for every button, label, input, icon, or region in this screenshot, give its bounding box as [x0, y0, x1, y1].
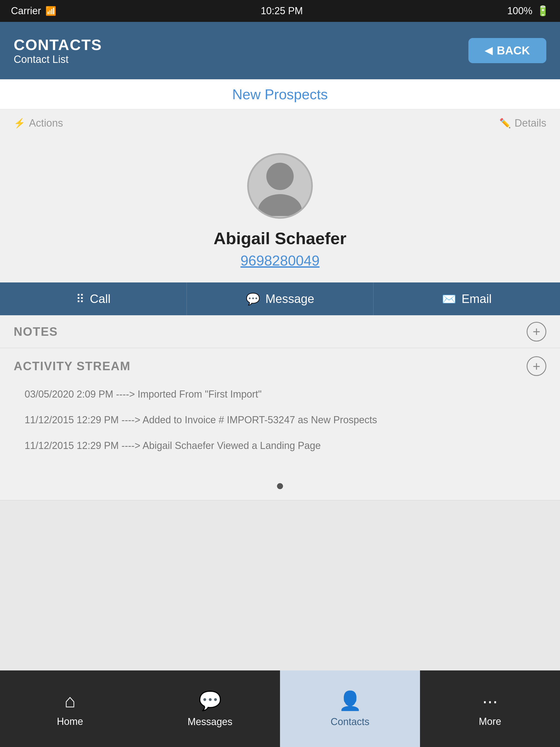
- contact-list-label: Contact List: [14, 54, 102, 66]
- activity-label: ACTIVITY STREAM: [14, 359, 131, 373]
- battery-icon: 🔋: [537, 5, 549, 17]
- contacts-label: Contacts: [331, 716, 370, 728]
- battery-label: 100%: [507, 5, 532, 17]
- lightning-icon: ⚡: [14, 118, 25, 129]
- call-icon: ⠿: [76, 292, 84, 306]
- email-button[interactable]: ✉️ Email: [374, 282, 560, 315]
- email-icon: ✉️: [442, 292, 456, 306]
- back-button[interactable]: BACK: [468, 38, 546, 63]
- avatar-silhouette-svg: [253, 156, 307, 216]
- add-note-button[interactable]: +: [527, 322, 546, 341]
- svg-point-1: [258, 194, 302, 216]
- notes-label: NOTES: [14, 325, 58, 338]
- email-label: Email: [462, 292, 492, 306]
- actions-bar: ⚡ Actions ✏️ Details: [0, 109, 560, 137]
- activity-header: ACTIVITY STREAM +: [14, 356, 546, 376]
- pencil-icon: ✏️: [499, 118, 511, 129]
- section-title-bar: New Prospects: [0, 79, 560, 109]
- message-icon: 💬: [246, 292, 260, 306]
- time-label: 10:25 PM: [261, 5, 303, 17]
- messages-label: Messages: [187, 716, 232, 728]
- pagination-dot: [277, 483, 283, 489]
- profile-area: Abigail Schaefer 9698280049: [0, 137, 560, 282]
- activity-item-3: 11/12/2015 12:29 PM ----> Abigail Schaef…: [14, 438, 546, 453]
- svg-point-0: [266, 163, 294, 190]
- carrier-label: Carrier: [11, 5, 41, 17]
- nav-contacts[interactable]: 👤 Contacts: [280, 670, 420, 747]
- actions-button[interactable]: ⚡ Actions: [14, 117, 63, 129]
- messages-icon: 💬: [199, 690, 222, 712]
- bottom-nav: ⌂ Home 💬 Messages 👤 Contacts ··· More: [0, 670, 560, 747]
- contacts-label: CONTACTS: [14, 36, 102, 54]
- action-buttons-row: ⠿ Call 💬 Message ✉️ Email: [0, 282, 560, 315]
- avatar: [247, 153, 313, 219]
- actions-label: Actions: [29, 117, 63, 129]
- message-label: Message: [265, 292, 314, 306]
- pagination: [0, 478, 560, 500]
- details-button[interactable]: ✏️ Details: [499, 117, 546, 129]
- nav-more[interactable]: ··· More: [420, 670, 560, 747]
- more-icon: ···: [482, 690, 498, 712]
- header: CONTACTS Contact List BACK: [0, 22, 560, 79]
- status-right: 100% 🔋: [507, 5, 549, 17]
- status-left: Carrier 📶: [11, 5, 56, 17]
- contact-name: Abigail Schaefer: [213, 229, 347, 248]
- notes-section: NOTES +: [0, 315, 560, 348]
- contacts-icon: 👤: [338, 690, 362, 712]
- status-bar: Carrier 📶 10:25 PM 100% 🔋: [0, 0, 560, 22]
- contact-phone[interactable]: 9698280049: [240, 252, 320, 269]
- call-label: Call: [90, 292, 111, 306]
- nav-messages[interactable]: 💬 Messages: [140, 670, 280, 747]
- more-label: More: [479, 716, 501, 727]
- home-icon: ⌂: [64, 690, 75, 712]
- message-button[interactable]: 💬 Message: [187, 282, 374, 315]
- activity-item-2: 11/12/2015 12:29 PM ----> Added to Invoi…: [14, 413, 546, 428]
- section-title: New Prospects: [232, 86, 328, 103]
- header-title: CONTACTS Contact List: [14, 36, 102, 66]
- activity-section: ACTIVITY STREAM + 03/05/2020 2:09 PM ---…: [0, 348, 560, 478]
- details-label: Details: [515, 117, 546, 129]
- call-button[interactable]: ⠿ Call: [0, 282, 187, 315]
- activity-item-1: 03/05/2020 2:09 PM ----> Imported From "…: [14, 387, 546, 402]
- add-activity-button[interactable]: +: [527, 356, 546, 376]
- nav-home[interactable]: ⌂ Home: [0, 670, 140, 747]
- wifi-icon: 📶: [45, 6, 56, 16]
- home-label: Home: [57, 716, 83, 727]
